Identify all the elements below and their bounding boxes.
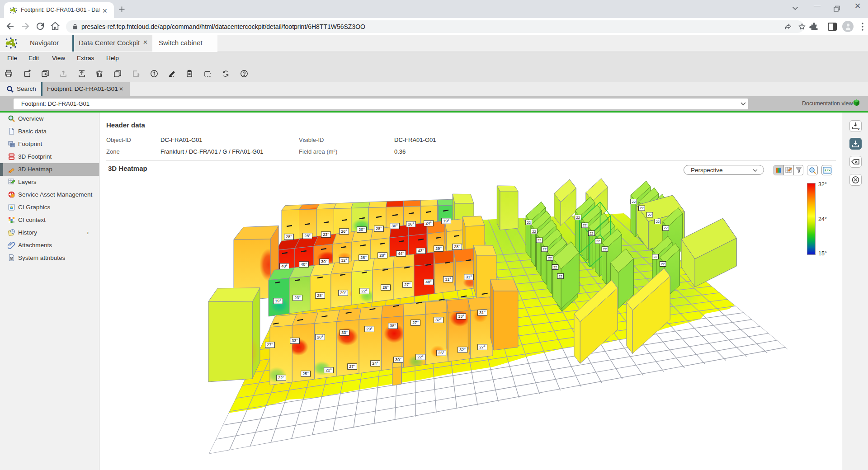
svg-text:22: 22 — [656, 220, 660, 224]
svg-text:29°: 29° — [340, 291, 346, 295]
svg-text:22: 22 — [596, 239, 600, 243]
svg-text:22: 22 — [553, 265, 557, 269]
svg-text:22: 22 — [543, 247, 547, 251]
svg-text:28°: 28° — [304, 234, 311, 238]
svg-text:22: 22 — [576, 216, 580, 220]
svg-text:31°: 31° — [445, 277, 451, 282]
svg-text:40°: 40° — [301, 262, 307, 267]
svg-text:24°: 24° — [372, 361, 378, 366]
svg-text:26°: 26° — [382, 285, 389, 290]
svg-text:22: 22 — [654, 255, 657, 259]
svg-text:28°: 28° — [360, 255, 367, 260]
svg-text:28°: 28° — [317, 293, 323, 298]
svg-text:22: 22 — [640, 206, 643, 210]
svg-text:22: 22 — [664, 226, 667, 230]
svg-text:44°: 44° — [398, 251, 404, 256]
svg-text:30°: 30° — [395, 357, 401, 362]
svg-text:28°: 28° — [286, 235, 292, 239]
svg-text:32°: 32° — [435, 318, 442, 322]
svg-text:22: 22 — [532, 230, 536, 234]
svg-text:38°: 38° — [390, 324, 396, 328]
svg-text:22°: 22° — [361, 289, 368, 293]
svg-text:43°: 43° — [418, 249, 424, 253]
svg-text:27°: 27° — [412, 320, 419, 325]
svg-text:28°: 28° — [376, 226, 382, 231]
svg-text:27°: 27° — [267, 343, 273, 347]
svg-text:19°: 19° — [443, 219, 449, 223]
svg-text:28°: 28° — [317, 335, 323, 339]
svg-text:23°: 23° — [323, 232, 329, 237]
svg-text:24°: 24° — [425, 221, 432, 226]
svg-text:29°: 29° — [435, 246, 442, 251]
svg-text:29°: 29° — [366, 327, 373, 331]
svg-text:33°: 33° — [341, 330, 348, 335]
svg-text:30°: 30° — [392, 224, 398, 228]
svg-text:22°: 22° — [278, 376, 284, 380]
svg-text:28°: 28° — [379, 253, 386, 258]
svg-text:20°: 20° — [359, 227, 365, 232]
svg-text:31°: 31° — [466, 275, 472, 279]
svg-text:31°: 31° — [479, 310, 486, 315]
svg-text:x: x — [858, 127, 860, 131]
svg-text:22: 22 — [583, 223, 586, 227]
svg-text:27°: 27° — [404, 282, 410, 287]
svg-text:26°: 26° — [408, 222, 414, 226]
svg-text:33°: 33° — [292, 338, 298, 343]
svg-text:32°: 32° — [341, 258, 347, 263]
svg-text:23°: 23° — [294, 296, 301, 300]
svg-text:22: 22 — [548, 256, 552, 260]
svg-text:32°: 32° — [459, 348, 466, 352]
svg-text:22: 22 — [559, 274, 562, 278]
svg-text:30°: 30° — [321, 259, 327, 264]
svg-text:25°: 25° — [302, 371, 309, 376]
svg-text:22: 22 — [538, 238, 541, 242]
svg-text:22: 22 — [590, 231, 593, 235]
svg-text:22: 22 — [527, 221, 531, 225]
svg-text:22°: 22° — [417, 355, 424, 359]
svg-text:48°: 48° — [425, 280, 432, 284]
svg-text:26°: 26° — [438, 351, 444, 355]
svg-text:22: 22 — [648, 213, 651, 217]
svg-text:22: 22 — [661, 262, 665, 266]
svg-text:22: 22 — [632, 200, 636, 204]
svg-text:40°: 40° — [281, 264, 288, 268]
svg-text:27°: 27° — [479, 345, 486, 349]
svg-text:19°: 19° — [275, 299, 281, 303]
svg-text:28°: 28° — [454, 244, 460, 249]
svg-text:26°: 26° — [341, 229, 347, 234]
svg-text:27°: 27° — [349, 364, 355, 369]
svg-text:22: 22 — [603, 247, 607, 251]
svg-text:33°: 33° — [458, 314, 464, 319]
svg-text:22°: 22° — [326, 368, 332, 372]
